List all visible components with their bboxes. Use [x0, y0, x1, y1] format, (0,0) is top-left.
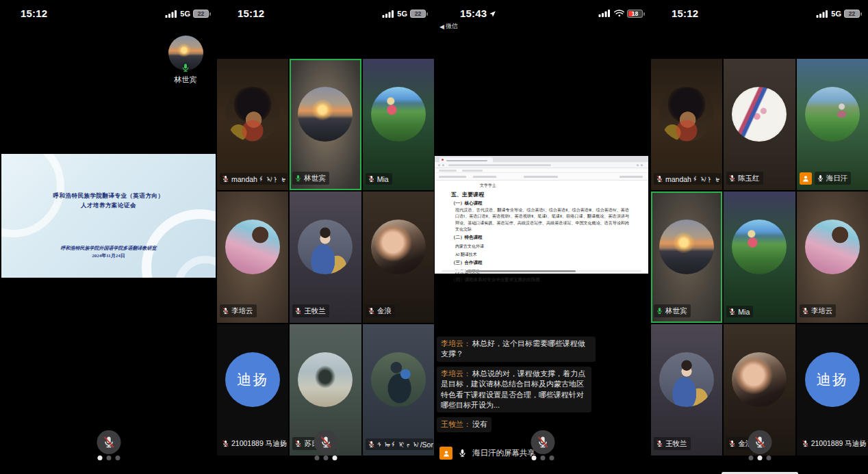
browser-tab [439, 157, 493, 162]
panel-grid-page-2: 15:12 5G 22 mandah ᠮᠠᠨᠳᠠᠬ [651, 0, 868, 474]
chat-overlay: 李培云：林总好，这个目标需要哪些课程做支撑？ 李培云：林总说的对，课程做支撑，着… [437, 337, 596, 432]
name-label: 王牧兰 [292, 304, 329, 317]
avatar-initials: 迪扬 [237, 370, 268, 389]
url-placeholder [448, 164, 551, 166]
pager-dots[interactable] [748, 456, 771, 460]
participant-tile[interactable]: 迪扬 21001889 马迪扬 [797, 324, 868, 456]
participant-tile[interactable]: 迪扬 21001889 马迪扬 [217, 324, 288, 456]
mic-muted-icon [728, 440, 736, 447]
chat-sender: 王牧兰： [441, 420, 471, 428]
pager-dot[interactable] [531, 456, 536, 460]
avatar: 迪扬 [805, 352, 860, 407]
participant-tile[interactable]: ᠰᠤᠮᠢᠶ᠎ᠠ/Som [363, 324, 434, 456]
pager-dots[interactable] [531, 456, 554, 460]
doc-subheading: （二）特色课程 [451, 235, 636, 241]
participant-name: mandah ᠮᠠᠨᠳᠠᠬ [665, 175, 722, 183]
participant-tile[interactable]: 王牧兰 [290, 192, 361, 323]
mute-button[interactable] [531, 430, 554, 454]
battery-icon: 22 [410, 10, 426, 18]
share-indicator-label: 海日汗的屏幕共享 [472, 448, 535, 458]
participant-tile[interactable]: mandah ᠮᠠᠨᠳᠠᠬ [651, 59, 722, 190]
mute-button[interactable] [97, 430, 120, 454]
pager-dot[interactable] [332, 456, 337, 460]
chat-sender: 李培云： [441, 339, 471, 347]
document-scrollbar[interactable] [442, 270, 641, 272]
doc-heading: 五、主要课程 [451, 191, 636, 198]
pager-dots[interactable] [97, 456, 120, 460]
pager-dots[interactable] [314, 456, 337, 460]
mic-muted-icon [753, 436, 766, 449]
avatar [371, 220, 426, 274]
pager-dot[interactable] [766, 456, 771, 460]
participant-tile-active-speaker[interactable]: 林世宾 [290, 59, 361, 190]
avatar [732, 352, 787, 407]
participant-tile[interactable]: 李培云 [797, 192, 868, 323]
battery-level: 22 [194, 10, 208, 17]
name-label: mandah ᠮᠠᠨᠳᠠᠬ [654, 173, 722, 185]
pager-dot[interactable] [106, 456, 111, 460]
avatar [371, 87, 426, 142]
back-to-app-indicator[interactable]: ◀ 微信 [439, 22, 458, 31]
avatar [225, 220, 280, 274]
mic-on-icon [458, 449, 467, 458]
name-label: Mia [726, 306, 753, 317]
avatar [659, 220, 714, 274]
presentation-slide: 呼和浩特民族学院翻译专业（英语方向） 人才培养方案论证会 呼和浩特民族学院外国语… [1, 154, 216, 278]
slide-date: 2024年11月24日 [1, 252, 216, 260]
status-time: 15:12 [238, 8, 264, 19]
shared-screen-document[interactable]: 文学学士 五、主要课程 （一）核心课程 现代汉语、古代汉语、翻译专业导论、综合英… [435, 156, 648, 274]
doc-item: 内蒙古文化外译 [455, 243, 636, 250]
mic-muted-icon [728, 308, 736, 315]
participant-name: Mia [377, 175, 389, 183]
self-view-thumbnail[interactable]: 林世宾 [166, 36, 205, 85]
pager-dot[interactable] [115, 456, 120, 460]
mute-button[interactable] [314, 430, 337, 454]
panel-screen-share-view: 15:43 ◀ 微信 18 [434, 0, 651, 474]
avatar [298, 220, 353, 274]
slide-title: 呼和浩特民族学院翻译专业（英语方向） 人才培养方案论证会 [1, 192, 216, 210]
participant-tile-active-speaker[interactable]: 林世宾 [651, 192, 722, 323]
pager-dot[interactable] [549, 456, 554, 460]
screen-share-indicator-bar: 海日汗的屏幕共享 [439, 447, 535, 460]
participant-name: ᠰᠤᠮᠢᠶ᠎ᠠ/Som [377, 440, 433, 449]
participant-name: 王牧兰 [304, 306, 326, 316]
document-content: 文学学士 五、主要课程 （一）核心课程 现代汉语、古代汉语、翻译专业导论、综合英… [435, 181, 648, 283]
name-label: ᠰᠤᠮᠢᠶ᠎ᠠ/Som [366, 438, 433, 450]
doc-item: AI 翻译技术 [455, 252, 636, 258]
pager-dot[interactable] [97, 456, 102, 460]
chat-message: 李培云：林总好，这个目标需要哪些课程做支撑？ [437, 337, 596, 362]
participant-tile[interactable]: 李培云 [217, 192, 288, 323]
status-time: 15:12 [21, 8, 47, 19]
pager-dot[interactable] [540, 456, 545, 460]
mic-muted-icon [222, 175, 229, 183]
participant-name: 林世宾 [304, 174, 326, 183]
mute-button[interactable] [748, 430, 771, 454]
pager-dot[interactable] [323, 456, 328, 460]
participant-grid: mandah ᠮᠠᠨᠳᠠᠬ 陈玉红 海日汗 [651, 59, 868, 456]
participant-tile[interactable]: mandah ᠮᠠᠨᠳᠠᠬ [217, 59, 288, 190]
name-label: 陈玉红 [726, 172, 763, 185]
back-icon: ◀ [439, 23, 444, 30]
participant-name: mandah ᠮᠠᠨᠳᠠᠬ [231, 175, 288, 183]
participant-tile[interactable]: Mia [724, 192, 795, 323]
name-label: mandah ᠮᠠᠨᠳᠠᠬ [220, 173, 288, 185]
participant-tile[interactable]: 王牧兰 [651, 324, 722, 456]
mic-muted-icon [294, 440, 302, 447]
pager-dot[interactable] [748, 456, 753, 460]
signal-icon [165, 10, 177, 18]
back-app-label: 微信 [446, 22, 458, 31]
mic-muted-icon [728, 174, 736, 182]
pager-dot[interactable] [757, 456, 762, 460]
participant-tile[interactable]: 金浪 [363, 192, 434, 323]
avatar [371, 352, 426, 407]
participant-name: 王牧兰 [665, 439, 687, 449]
network-label: 5G [180, 10, 190, 18]
pager-dot[interactable] [314, 456, 319, 460]
mic-muted-icon [222, 440, 229, 447]
participant-tile-sharing[interactable]: 海日汗 [797, 59, 868, 190]
name-label: 林世宾 [292, 172, 329, 185]
participant-name: 金浪 [377, 306, 392, 316]
doc-paragraph: 现代汉语、古代汉语、翻译专业导论、综合英语Ⅰ、综合英语Ⅱ、综合英语Ⅲ、综合英语Ⅳ… [451, 207, 636, 233]
participant-tile[interactable]: 陈玉红 [724, 59, 795, 190]
participant-tile[interactable]: Mia [363, 59, 434, 190]
